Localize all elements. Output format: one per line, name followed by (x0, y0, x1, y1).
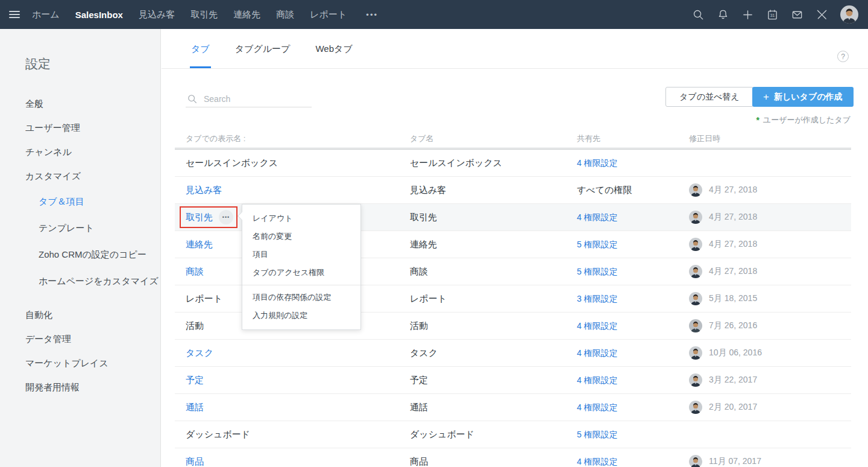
column-shared-with: 共有先 (577, 133, 689, 144)
cell-tab-name: 予定 (410, 375, 577, 386)
tab-display-name[interactable]: 取引先 (186, 212, 213, 223)
plus-icon: + (763, 92, 769, 102)
cell-tab-name: レポート (410, 293, 577, 305)
modifier-avatar (689, 292, 702, 305)
cell-display-name: 見込み客 (186, 185, 410, 196)
sidebar-item-カスタマイズ[interactable]: カスタマイズ (0, 164, 160, 188)
user-avatar[interactable] (840, 5, 858, 24)
sidebar-item-Zoho CRMの設定のコピー[interactable]: Zoho CRMの設定のコピー (0, 241, 160, 268)
cell-modified-time: 7月 26, 2016 (689, 319, 851, 332)
menu-item-項目の依存関係の設定[interactable]: 項目の依存関係の設定 (242, 288, 360, 307)
cell-display-name: 通話 (186, 402, 410, 413)
calendar-day: 31 (770, 13, 775, 17)
sidebar-item-開発者用情報[interactable]: 開発者用情報 (0, 375, 160, 399)
tab-display-name[interactable]: タスク (186, 348, 213, 358)
nav-item-ホーム[interactable]: ホーム (32, 9, 60, 21)
share-setting-link[interactable]: 4 権限設定 (577, 158, 618, 168)
sidebar-item-チャンネル[interactable]: チャンネル (0, 140, 160, 164)
tab-name: 活動 (410, 320, 428, 331)
table-row: ダッシュボードダッシュボード5 権限設定 (175, 421, 851, 448)
sidebar-item-全般[interactable]: 全般 (0, 92, 160, 116)
tab-display-name[interactable]: 商品 (186, 456, 204, 466)
tab-Webタブ[interactable]: Webタブ (314, 29, 353, 68)
calendar-icon[interactable]: 31 (766, 8, 779, 21)
cell-tab-name: 商談 (410, 266, 577, 278)
cell-tab-name: タスク (410, 348, 577, 359)
table-row: 商品商品4 権限設定11月 07, 2017 (175, 448, 851, 467)
cell-shared-with: 4 権限設定 (577, 456, 689, 467)
share-setting-link[interactable]: 5 権限設定 (577, 240, 618, 249)
modified-date: 2月 20, 2017 (709, 402, 757, 413)
modifier-avatar (689, 211, 702, 224)
table-header: タブでの表示名 : タブ名 共有先 修正日時 (175, 130, 851, 150)
tab-display-name: セールスインボックス (186, 157, 278, 168)
modifier-avatar (689, 401, 702, 414)
help-icon[interactable]: ? (837, 51, 849, 62)
tab-display-name[interactable]: 見込み客 (186, 185, 222, 195)
tab-name: セールスインボックス (410, 157, 502, 168)
sidebar-item-タブ＆項目[interactable]: タブ＆項目 (0, 188, 160, 215)
share-setting-link[interactable]: 4 権限設定 (577, 375, 618, 385)
share-setting-link[interactable]: 5 権限設定 (577, 267, 618, 276)
column-modified-time: 修正日時 (689, 133, 851, 144)
tab-display-name[interactable]: 通話 (186, 402, 204, 412)
tab-display-name: ダッシュボード (186, 429, 250, 439)
share-setting-link[interactable]: 4 権限設定 (577, 402, 618, 412)
top-navigation: ホームSalesInbox見込み客取引先連絡先商談レポート ••• 31 (0, 0, 868, 29)
search-input[interactable] (204, 94, 300, 104)
nav-more-icon[interactable]: ••• (366, 10, 378, 19)
sidebar-item-自動化[interactable]: 自動化 (0, 303, 160, 327)
row-actions-button[interactable]: ••• (219, 210, 233, 224)
tab-display-name[interactable]: 連絡先 (186, 239, 213, 249)
sidebar-items: 全般ユーザー管理チャンネルカスタマイズタブ＆項目テンプレートZoho CRMの設… (0, 92, 160, 399)
column-tab-name: タブ名 (410, 133, 577, 144)
tab-タブグループ[interactable]: タブグループ (234, 29, 292, 68)
tab-タブ[interactable]: タブ (190, 29, 211, 68)
tab-display-name[interactable]: 予定 (186, 375, 204, 385)
nav-item-見込み客[interactable]: 見込み客 (139, 9, 175, 21)
modifier-avatar (689, 265, 702, 278)
share-setting-link[interactable]: 3 権限設定 (577, 294, 618, 303)
nav-item-連絡先[interactable]: 連絡先 (233, 9, 260, 21)
cell-shared-with: すべての権限 (577, 185, 689, 196)
menu-item-名前の変更[interactable]: 名前の変更 (242, 227, 360, 246)
plus-icon[interactable] (741, 8, 754, 21)
cell-display-name: タスク (186, 348, 410, 359)
cell-tab-name: セールスインボックス (410, 157, 577, 169)
hamburger-menu-icon[interactable] (9, 11, 20, 18)
sidebar-item-データ管理[interactable]: データ管理 (0, 327, 160, 351)
menu-item-レイアウト[interactable]: レイアウト (242, 209, 360, 227)
share-setting-link[interactable]: 4 権限設定 (577, 321, 618, 331)
share-setting-link[interactable]: 4 権限設定 (577, 457, 618, 466)
sidebar-item-ホームページをカスタマイズ[interactable]: ホームページをカスタマイズ (0, 268, 160, 294)
share-setting-link[interactable]: 4 権限設定 (577, 212, 618, 222)
reorder-tabs-button[interactable]: タブの並べ替え (665, 87, 753, 107)
share-setting-link[interactable]: 4 権限設定 (577, 348, 618, 358)
menu-item-入力規則の設定[interactable]: 入力規則の設定 (242, 307, 360, 325)
create-tab-button[interactable]: + 新しいタブの作成 (752, 87, 854, 107)
nav-item-取引先[interactable]: 取引先 (190, 9, 218, 21)
modified-date: 10月 06, 2016 (709, 348, 762, 358)
tools-icon[interactable] (816, 8, 828, 21)
search-icon[interactable] (692, 8, 705, 21)
nav-item-レポート[interactable]: レポート (310, 9, 347, 21)
search-icon (187, 94, 198, 104)
tab-display-name[interactable]: 商談 (186, 266, 204, 276)
nav-item-SalesInbox[interactable]: SalesInbox (75, 10, 123, 20)
cell-shared-with: 5 権限設定 (577, 266, 689, 278)
cell-tab-name: 通話 (410, 402, 577, 413)
menu-item-項目[interactable]: 項目 (242, 246, 360, 264)
cell-modified-time: 4月 27, 2018 (689, 211, 851, 224)
share-setting-link[interactable]: 5 権限設定 (577, 430, 618, 439)
cell-shared-with: 5 権限設定 (577, 429, 689, 440)
sidebar-item-テンプレート[interactable]: テンプレート (0, 215, 160, 241)
mail-icon[interactable] (791, 8, 804, 21)
cell-modified-time: 4月 27, 2018 (689, 265, 851, 278)
legend-text: ユーザーが作成したタブ (763, 115, 851, 125)
bell-icon[interactable] (717, 8, 729, 21)
modified-date: 4月 27, 2018 (709, 239, 757, 250)
sidebar-item-ユーザー管理[interactable]: ユーザー管理 (0, 116, 160, 140)
menu-item-タブのアクセス権限[interactable]: タブのアクセス権限 (242, 264, 360, 282)
sidebar-item-マーケットプレイス[interactable]: マーケットプレイス (0, 351, 160, 375)
nav-item-商談[interactable]: 商談 (276, 9, 294, 21)
